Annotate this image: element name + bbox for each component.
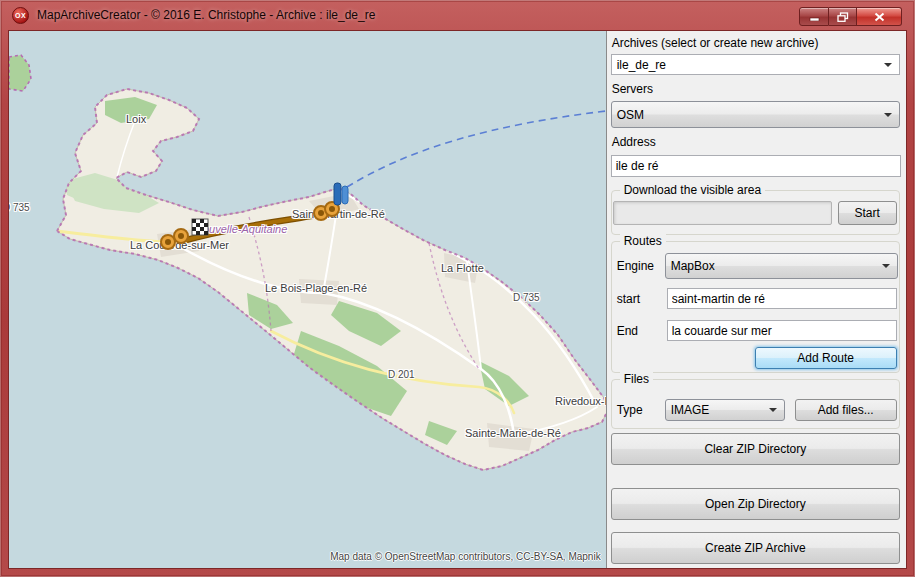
app-icon: OX [12,7,29,24]
window-controls [799,7,902,26]
open-zip-button[interactable]: Open Zip Directory [611,488,900,520]
chevron-down-icon [882,264,890,268]
create-zip-button[interactable]: Create ZIP Archive [611,532,900,564]
chevron-down-icon [884,113,892,117]
servers-value: OSM [612,108,884,122]
map-base-layer [9,31,606,568]
archives-label: Archives (select or create new archive) [612,36,819,50]
routes-group-title: Routes [620,234,666,248]
close-button[interactable] [857,7,902,26]
add-files-button[interactable]: Add files... [795,399,897,421]
route-end-label: End [617,324,638,338]
file-type-combobox[interactable]: IMAGE [665,399,785,421]
file-type-label: Type [617,403,643,417]
address-input[interactable] [611,155,901,177]
files-group-title: Files [620,372,653,386]
archives-combobox[interactable]: ile_de_re [611,54,900,75]
archives-value: ile_de_re [612,58,884,72]
client-area: LoixD 735Saint-Martin-de-RéNouvelle-Aqui… [8,30,907,569]
restore-icon [837,12,849,22]
download-group-title: Download the visible area [620,183,765,197]
chevron-down-icon [884,63,892,67]
add-route-button[interactable]: Add Route [755,347,897,369]
route-start-label: start [617,292,640,306]
map-attribution: Map data © OpenStreetMap contributors, C… [330,551,600,562]
app-icon-text: OX [15,12,26,19]
control-panel: Archives (select or create new archive) … [606,31,906,568]
clear-zip-button[interactable]: Clear ZIP Directory [611,433,900,465]
route-end-input[interactable] [667,320,897,341]
maximize-button[interactable] [829,7,857,26]
app-window: OX MapArchiveCreator - © 2016 E. Christo… [0,0,915,577]
close-icon [874,12,885,22]
address-label: Address [612,135,656,149]
servers-label: Servers [612,82,653,96]
route-start-input[interactable] [667,288,897,309]
window-title: MapArchiveCreator - © 2016 E. Christophe… [37,8,375,22]
start-download-button[interactable]: Start [838,201,897,225]
map-view[interactable]: LoixD 735Saint-Martin-de-RéNouvelle-Aqui… [9,31,606,568]
titlebar[interactable]: OX MapArchiveCreator - © 2016 E. Christo… [0,0,915,30]
file-type-value: IMAGE [666,403,769,417]
servers-combobox[interactable]: OSM [611,101,900,128]
download-progressbar [613,201,832,225]
engine-value: MapBox [666,259,882,273]
minimize-icon [809,12,820,21]
chevron-down-icon [769,408,777,412]
engine-label: Engine [617,259,654,273]
minimize-button[interactable] [799,7,829,26]
engine-combobox[interactable]: MapBox [665,253,898,279]
